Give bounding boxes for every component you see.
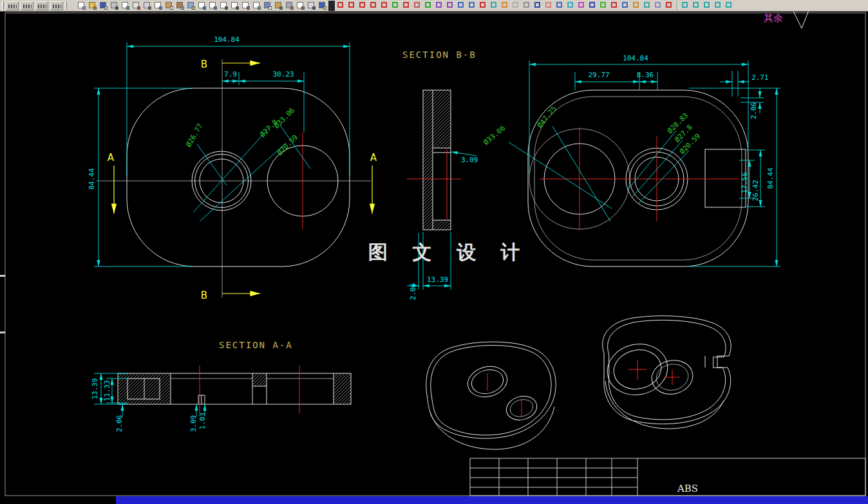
dim-text[interactable]: 3.09 (461, 156, 478, 164)
revision-cloud-icon[interactable] (413, 1, 422, 10)
properties-icon[interactable] (263, 1, 272, 10)
polygon-icon[interactable] (369, 1, 379, 10)
sheet-set-manager-icon[interactable] (296, 1, 305, 10)
dia-text[interactable]: Ø33.06 (482, 124, 507, 147)
spline-icon[interactable] (424, 1, 433, 10)
section-letter[interactable]: B (201, 290, 207, 301)
line-icon[interactable] (336, 1, 346, 10)
stretch-icon[interactable] (632, 1, 641, 10)
scale-icon[interactable] (621, 1, 630, 10)
dim-text[interactable]: 7.9 (224, 70, 237, 79)
dim-text[interactable]: 29.77 (588, 71, 609, 79)
section-letter[interactable]: A (370, 152, 377, 163)
new-file-icon[interactable] (77, 1, 86, 10)
dim-text[interactable]: 84.44 (766, 167, 775, 189)
dim-text[interactable]: 1.03 (198, 413, 207, 430)
section-title[interactable]: SECTION B-B (402, 50, 476, 60)
toolbar-stub-button[interactable] (50, 1, 63, 10)
dim-linear-icon[interactable] (681, 1, 690, 10)
point-icon[interactable] (478, 1, 488, 10)
toolbar-grip[interactable] (65, 2, 67, 10)
dim-text[interactable]: 2.06 (750, 102, 758, 120)
dim-leader-icon[interactable] (724, 1, 734, 10)
circle-icon[interactable] (402, 1, 411, 10)
toolbar-stub-button[interactable] (6, 1, 19, 10)
arc-icon[interactable] (391, 1, 401, 10)
block-editor-icon[interactable] (186, 1, 196, 10)
title-block[interactable]: ABS (470, 458, 865, 496)
dim-text[interactable]: 13.39 (427, 275, 448, 284)
dim-text[interactable]: 2.71 (751, 73, 769, 82)
dim-angular-icon[interactable] (713, 1, 723, 10)
insert-block-icon[interactable] (457, 1, 466, 10)
table-icon[interactable] (522, 1, 532, 10)
redo-icon[interactable] (208, 1, 218, 10)
open-folder-icon[interactable] (88, 1, 97, 10)
dim-text[interactable]: 17.56 (741, 172, 749, 193)
move-icon[interactable] (599, 1, 609, 10)
match-properties-icon[interactable] (175, 1, 185, 10)
dim-radius-icon[interactable] (703, 1, 712, 10)
zoom-window-icon[interactable] (241, 1, 250, 10)
tool-palettes-icon[interactable] (285, 1, 294, 10)
hatch-icon[interactable] (489, 1, 499, 10)
cut-icon[interactable] (142, 1, 152, 10)
dia-text[interactable]: Ø33.06 (272, 106, 296, 130)
help-icon[interactable] (317, 1, 327, 10)
material-label[interactable]: ABS (677, 483, 698, 494)
dia-text[interactable]: Ø47.25 (536, 104, 559, 129)
make-block-icon[interactable] (467, 1, 477, 10)
erase-icon[interactable] (544, 1, 554, 10)
dim-text[interactable]: 104.84 (214, 35, 240, 44)
multiline-text-icon[interactable] (533, 1, 543, 10)
publish-icon[interactable] (131, 1, 141, 10)
dim-text[interactable]: 2.06 (115, 415, 124, 433)
fillet-icon[interactable] (665, 1, 674, 10)
rotate-icon[interactable] (610, 1, 619, 10)
ellipse-icon[interactable] (435, 1, 444, 10)
dia-text[interactable]: Ø26.77 (184, 122, 204, 149)
gradient-icon[interactable] (500, 1, 510, 10)
zoom-previous-icon[interactable] (252, 1, 261, 10)
dim-text[interactable]: 11.33 (103, 380, 111, 401)
section-aa-view[interactable]: SECTION A-A 13.39 (91, 340, 351, 432)
isometric-view-front[interactable] (426, 342, 556, 449)
section-letter[interactable]: A (108, 152, 115, 163)
dim-aligned-icon[interactable] (692, 1, 701, 10)
ellipse-arc-icon[interactable] (446, 1, 455, 10)
save-icon[interactable] (99, 1, 108, 10)
pan-icon[interactable] (219, 1, 229, 10)
extend-icon[interactable] (654, 1, 663, 10)
undo-icon[interactable] (197, 1, 207, 10)
quickcalc-icon[interactable] (307, 1, 316, 10)
polyline-icon[interactable] (358, 1, 368, 10)
section-letter[interactable]: B (201, 59, 207, 70)
plot-preview-icon[interactable] (120, 1, 130, 10)
drawing-canvas[interactable]: 104.84 7.9 30.23 84.44 Ø26.77 Ø27.8 Ø33.… (0, 0, 868, 504)
array-icon[interactable] (588, 1, 598, 10)
dim-text[interactable]: 26.42 (751, 180, 760, 201)
toolbar-stub-button[interactable] (35, 1, 48, 10)
dia-text[interactable]: Ø20.59 (276, 133, 299, 157)
construction-line-icon[interactable] (347, 1, 357, 10)
section-title[interactable]: SECTION A-A (219, 340, 293, 350)
dim-text[interactable]: 8.36 (637, 71, 654, 79)
dim-text[interactable]: 84.44 (88, 168, 96, 189)
paste-icon[interactable] (164, 1, 174, 10)
dim-text[interactable]: 2.06 (409, 283, 417, 301)
isometric-view-back[interactable] (603, 316, 731, 429)
offset-icon[interactable] (577, 1, 587, 10)
mirror-icon[interactable] (566, 1, 576, 10)
back-view[interactable]: 104.84 29.77 8.36 2.71 2.06 84.44 (482, 54, 780, 266)
plan-view[interactable]: 104.84 7.9 30.23 84.44 Ø26.77 Ø27.8 Ø33.… (88, 35, 377, 301)
copy-clip-icon[interactable] (153, 1, 163, 10)
plot-icon[interactable] (109, 1, 119, 10)
toolbar-grip[interactable] (2, 2, 4, 10)
designcenter-icon[interactable] (274, 1, 283, 10)
rectangle-icon[interactable] (380, 1, 390, 10)
surface-note-prefix[interactable]: 其余 (764, 12, 783, 24)
toolbar-stub-button[interactable] (21, 1, 33, 10)
region-icon[interactable] (511, 1, 521, 10)
dim-text[interactable]: 30.23 (272, 70, 294, 79)
copy-object-icon[interactable] (555, 1, 565, 10)
